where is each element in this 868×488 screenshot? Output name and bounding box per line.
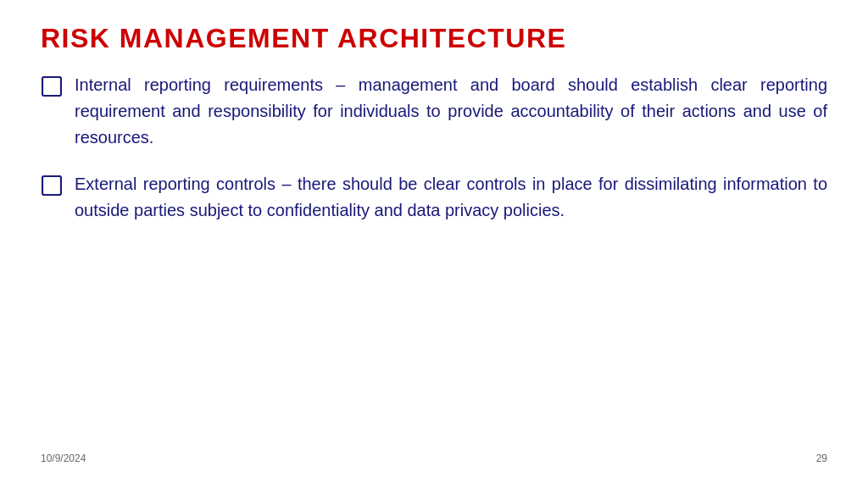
slide-title: RISK MANAGEMENT ARCHITECTURE bbox=[41, 24, 827, 53]
slide: RISK MANAGEMENT ARCHITECTURE Internal re… bbox=[0, 0, 868, 488]
svg-rect-0 bbox=[42, 77, 61, 96]
footer-page-number: 29 bbox=[816, 452, 827, 464]
bullet-text-1: Internal reporting requirements – manage… bbox=[75, 72, 827, 151]
svg-rect-1 bbox=[42, 176, 61, 195]
bullet-text-2: External reporting controls – there shou… bbox=[75, 171, 827, 224]
checkbox-icon-2 bbox=[41, 175, 63, 197]
content-area: Internal reporting requirements – manage… bbox=[41, 72, 827, 444]
bullet-item-2: External reporting controls – there shou… bbox=[41, 171, 827, 224]
slide-footer: 10/9/2024 29 bbox=[41, 444, 827, 464]
footer-date: 10/9/2024 bbox=[41, 452, 86, 464]
bullet-item-1: Internal reporting requirements – manage… bbox=[41, 72, 827, 151]
checkbox-icon-1 bbox=[41, 75, 63, 97]
